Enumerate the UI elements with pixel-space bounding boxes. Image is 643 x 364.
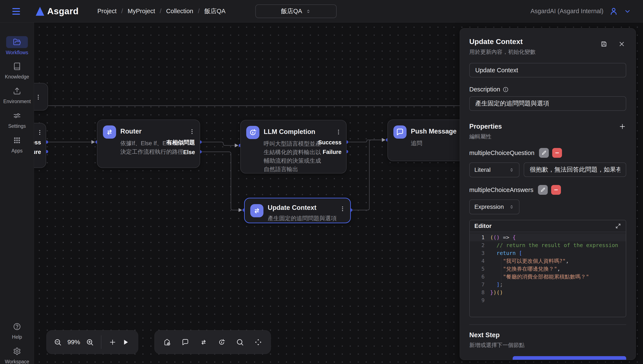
chevron-down-icon[interactable] xyxy=(624,8,631,15)
run-workflow-icon[interactable] xyxy=(122,338,130,346)
select-chevrons-icon xyxy=(306,8,311,14)
code-line: 1(() => { xyxy=(470,234,626,241)
node-menu-icon[interactable] xyxy=(340,204,346,214)
user-icon[interactable] xyxy=(609,6,618,16)
search-icon[interactable] xyxy=(236,338,244,346)
breadcrumb-workflow[interactable]: 飯店QA xyxy=(204,7,226,16)
next-step-node-button[interactable]: Push Message xyxy=(513,356,626,360)
add-icon[interactable] xyxy=(109,338,116,346)
property-name: multipleChoiceQuestion xyxy=(469,150,534,156)
tools-toolbar xyxy=(154,330,271,354)
code-line: 6 "餐廳的消費全部都能累積點數嗎？" xyxy=(470,273,626,281)
sidebar-item-label: Environment xyxy=(3,99,30,104)
editor-heading: Editor xyxy=(474,222,492,230)
node-title: Push Message xyxy=(411,128,456,135)
edge xyxy=(346,140,385,142)
code-line: 8})() xyxy=(470,288,626,296)
property-type-select[interactable]: Expression xyxy=(469,200,520,214)
breadcrumb-separator: / xyxy=(160,8,162,15)
properties-heading: Properties xyxy=(469,123,502,130)
description-input[interactable] xyxy=(469,96,626,111)
property-type-select[interactable]: Literal xyxy=(469,162,520,177)
llm-icon xyxy=(246,126,260,139)
sidebar-item-workspace[interactable]: Workspace xyxy=(0,345,34,364)
node-description: 產生固定的追問問題與選項 xyxy=(268,214,359,222)
node-title: Router xyxy=(120,128,142,135)
breadcrumb-myproject[interactable]: MyProject xyxy=(128,8,155,15)
edit-property-button[interactable] xyxy=(538,185,548,195)
account-name: AsgardAI (Asgard Internal) xyxy=(530,8,604,15)
sidebar-item-settings[interactable]: Settings xyxy=(0,110,34,129)
chat-icon xyxy=(393,126,406,139)
node-title: Update Context xyxy=(268,204,316,212)
info-icon[interactable] xyxy=(503,86,508,92)
sidebar-item-label: Help xyxy=(12,334,22,340)
edge-arrowhead xyxy=(382,138,386,142)
brand-name: Asgard xyxy=(47,6,79,16)
output-handle-label: Failure xyxy=(322,149,342,156)
next-step-subheading: 新增或選擇下一個節點 xyxy=(469,342,626,349)
save-icon[interactable] xyxy=(600,40,608,48)
output-handle-label: Success xyxy=(318,139,342,146)
expand-editor-icon[interactable] xyxy=(615,223,621,229)
select-chevrons-icon xyxy=(509,167,514,173)
zoom-in-icon[interactable] xyxy=(86,338,94,346)
breadcrumb-separator: / xyxy=(121,8,123,15)
node-name-input[interactable] xyxy=(469,63,626,78)
move-icon[interactable] xyxy=(254,338,262,346)
help-icon xyxy=(13,322,21,330)
node-menu-icon[interactable] xyxy=(336,127,342,137)
expression-editor[interactable]: Editor 1(() => {2 // return the result o… xyxy=(469,220,626,317)
remove-property-button[interactable] xyxy=(552,148,562,158)
code-line: 3 return [ xyxy=(470,249,626,257)
menu-icon[interactable] xyxy=(12,7,20,16)
output-handle-label: Success xyxy=(34,139,41,146)
add-property-icon[interactable] xyxy=(618,123,626,130)
description-label: Description xyxy=(469,86,500,93)
breadcrumb: Project / MyProject / Collection / 飯店QA xyxy=(98,7,226,16)
zoom-out-icon[interactable] xyxy=(54,338,62,346)
node-add-icon[interactable] xyxy=(163,338,171,346)
property-value-input[interactable] xyxy=(524,162,626,177)
sidebar-item-help[interactable]: Help xyxy=(0,321,34,340)
breadcrumb-project[interactable]: Project xyxy=(98,8,116,15)
close-icon[interactable] xyxy=(618,40,625,48)
node-llm-completion[interactable]: LLM Completion呼叫大型語言模型並產生結構化的資料輸出以輔助流程的決… xyxy=(240,120,346,174)
next-step-heading: Next Step xyxy=(469,331,626,339)
node-menu-icon[interactable] xyxy=(37,128,43,137)
remove-property-button[interactable] xyxy=(551,185,561,195)
select-chevrons-icon xyxy=(509,204,514,210)
gear-icon xyxy=(13,347,21,355)
sidebar-item-environment[interactable]: Environment xyxy=(0,85,34,104)
breadcrumb-collection[interactable]: Collection xyxy=(166,8,193,15)
code-line: 7 ]; xyxy=(470,281,626,288)
node-router[interactable]: Router依據If、Else If、Else條件決定工作流程執行的路徑有相似問… xyxy=(97,120,200,168)
sidebar-item-label: Apps xyxy=(12,148,22,154)
folder-icon xyxy=(13,38,21,46)
swap-icon xyxy=(103,126,116,139)
comment-icon[interactable] xyxy=(182,338,189,346)
sidebar-item-apps[interactable]: Apps xyxy=(0,134,34,154)
swap-icon xyxy=(250,204,264,217)
node-menu-icon[interactable] xyxy=(35,92,41,102)
code-line: 9 xyxy=(470,296,626,304)
sidebar-item-label: Knowledge xyxy=(5,74,29,80)
workflow-select[interactable]: 飯店QA xyxy=(255,4,336,18)
top-navbar: Asgard Project / MyProject / Collection … xyxy=(0,0,643,22)
edge xyxy=(200,152,241,210)
swap-o-icon[interactable] xyxy=(200,338,208,346)
node-description: 呼叫大型語言模型並產生結構化的資料輸出以輔助流程的決策或生成自然語言輸出 xyxy=(264,140,323,174)
edge-arrowhead xyxy=(238,208,242,212)
sidebar-item-knowledge[interactable]: Knowledge xyxy=(0,60,34,80)
edit-property-button[interactable] xyxy=(539,148,549,158)
divider xyxy=(469,324,626,325)
output-handle-label: 有相似問題 xyxy=(166,139,195,146)
node-update-context[interactable]: Update Context產生固定的追問問題與選項 xyxy=(244,198,351,223)
code-area[interactable]: 1(() => {2 // return the result of the e… xyxy=(470,232,626,304)
llm-o-icon[interactable] xyxy=(218,338,226,346)
sidebar-item-workflows[interactable]: Workflows xyxy=(0,36,34,56)
node-menu-icon[interactable] xyxy=(189,127,195,136)
node-partial-top[interactable] xyxy=(34,83,48,110)
node-partial-left[interactable]: SuccessFailure xyxy=(34,123,46,168)
zoom-level: 99% xyxy=(67,338,81,346)
